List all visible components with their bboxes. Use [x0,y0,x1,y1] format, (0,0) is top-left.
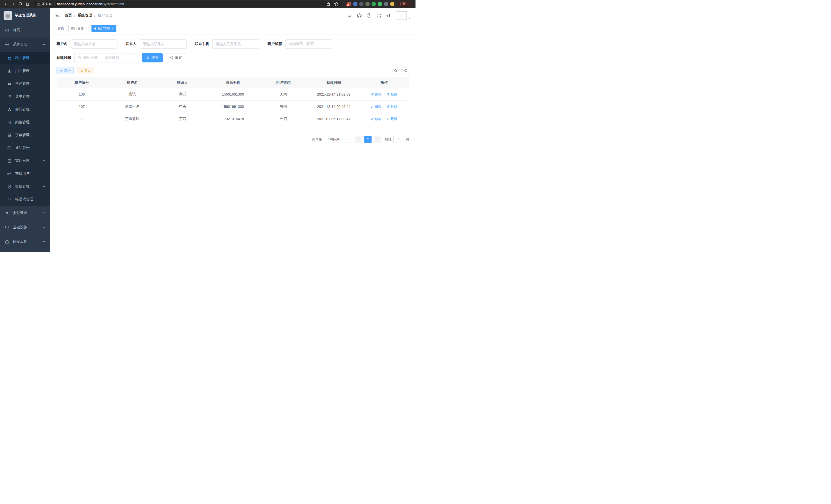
page-size-select[interactable]: 10条/页 [326,136,352,143]
extension-icon[interactable]: 10 [347,2,351,6]
current-page[interactable]: 1 [364,136,372,143]
reload-icon[interactable] [17,1,24,7]
sidebar-item-infra[interactable]: 基础设施 [0,220,50,235]
tenant-name-input[interactable] [71,39,117,49]
date-range-picker[interactable]: 开始日期 - 结束日期 [74,53,136,62]
col-header: 租户编号 [57,77,107,88]
next-page-button[interactable] [374,136,381,143]
sidebar-item-error-code[interactable]: 错误码管理 [0,193,50,206]
sidebar-item-role[interactable]: 角色管理 [0,77,50,90]
browser-update-button[interactable]: 更新 ⋮ [397,1,413,7]
yen-icon: ¥ [5,211,9,215]
sidebar-item-menu[interactable]: 菜单管理 [0,90,50,103]
logo[interactable]: 芋道管理系统 [0,8,50,23]
sidebar-item-devtools[interactable]: 研发工具 [0,235,50,249]
sidebar-item-audit-log[interactable]: 审计日志 [0,154,50,167]
chevron-up-icon [42,43,46,46]
mobile-input[interactable] [212,39,259,49]
prev-page-button[interactable] [354,136,362,143]
share-icon[interactable] [326,2,331,6]
menu-dots-icon[interactable]: ⋮ [407,2,410,6]
help-icon[interactable]: ? [367,13,371,18]
delete-button[interactable]: 删除 [387,104,398,109]
sidebar-item-dict[interactable]: 字典管理 [0,129,50,142]
logo-avatar-image [4,11,12,20]
bookmark-star-icon[interactable] [334,2,339,6]
header-tools: ? TT [347,11,411,20]
search-icon[interactable] [347,13,352,18]
address-bar[interactable]: 不安全 dashboard.yudao.iocoder.cn/system/te… [34,1,342,7]
cell-status: 开启 [258,113,309,125]
contact-input[interactable] [140,39,187,49]
sidebar-toggle-icon[interactable] [55,13,60,18]
roles-icon [7,82,11,86]
edit-button[interactable]: 修改 [371,92,381,97]
delete-button[interactable]: 删除 [387,117,398,121]
edit-button[interactable]: 修改 [371,104,381,109]
sidebar-item-label: 菜单管理 [15,94,30,99]
avatar[interactable] [396,11,407,20]
cell-status: 关闭 [258,100,309,113]
sidebar-item-post[interactable]: 岗位管理 [0,116,50,129]
sidebar-item-sms[interactable]: 短信管理 [0,180,50,193]
tree-list-icon [7,94,11,99]
sidebar-item-system[interactable]: 系统管理 [0,37,50,52]
sidebar-item-payment[interactable]: ¥ 支付管理 [0,206,50,220]
cell-tenant-name: 芋道源码 [107,113,157,125]
sidebar-item-notice[interactable]: 通知公告 [0,142,50,154]
sidebar-item-label: 短信管理 [15,184,30,189]
extension-icon[interactable] [353,2,357,6]
user-menu[interactable] [396,11,411,20]
close-icon[interactable]: × [85,27,87,30]
github-icon[interactable] [357,13,362,18]
broken-image-icon [400,13,403,18]
status-select[interactable]: 请选择租户状态 [285,39,332,49]
breadcrumb-item[interactable]: 系统管理 [78,13,92,18]
refresh-table-button[interactable] [402,67,409,74]
forward-icon[interactable] [10,1,17,7]
tab-dept[interactable]: 部门管理 × [68,25,90,32]
extension-icon[interactable] [378,2,382,6]
col-header: 创建时间 [309,77,359,88]
edit-button[interactable]: 修改 [371,117,381,121]
sidebar-item-online-users[interactable]: 在线用户 [0,167,50,180]
cell-tenant-name: 测试 [107,88,157,100]
close-icon[interactable]: × [112,27,114,30]
extension-icon[interactable] [365,2,370,6]
extension-icon[interactable] [390,2,395,6]
extension-badge: 10 [346,4,350,6]
add-button[interactable]: 新增 [57,67,74,74]
home-icon[interactable] [24,1,31,7]
table-row: 107 测试租户 秃头 15601691300 关闭 2021-12-14 20… [57,100,409,113]
sidebar-item-label: 用户管理 [15,68,30,73]
goto-page-input[interactable] [393,136,404,143]
toggle-search-button[interactable] [392,67,399,74]
export-button[interactable]: 导出 [77,67,94,74]
page-content: 租户名 联系人 联系手机 租户状态 请选择租户状态 [50,34,416,252]
sidebar-item-label: 基础设施 [13,225,27,230]
tab-home[interactable]: 首页 [55,25,67,32]
table-row: 1 芋道源码 芋艿 17321315478 开启 2021-01-05 17:0… [57,113,409,125]
tab-tenant[interactable]: 租户管理 × [91,25,117,32]
sidebar-item-user[interactable]: 用户管理 [0,64,50,77]
extension-icon[interactable] [359,2,364,6]
fullscreen-icon[interactable] [376,13,381,18]
shield-icon [7,184,11,189]
date-separator: - [101,56,102,60]
sidebar-item-dept[interactable]: 部门管理 [0,103,50,116]
font-size-icon[interactable]: TT [386,13,391,18]
extension-icon[interactable] [372,2,376,6]
back-icon[interactable] [3,1,9,7]
table-header-row: 租户编号 租户名 联系人 联系手机 租户状态 创建时间 操作 [57,77,409,88]
sidebar-item-tenant[interactable]: 租户管理 [0,52,50,64]
tab-label: 租户管理 [98,26,110,31]
search-button[interactable]: 搜索 [142,53,163,62]
breadcrumb-item[interactable]: 首页 [65,13,72,18]
sidebar-item-home[interactable]: 首页 [0,23,50,37]
cell-mobile: 17321315478 [208,113,258,125]
reset-button[interactable]: 重置 [166,53,186,62]
puzzle-icon[interactable] [384,2,388,6]
delete-button[interactable]: 删除 [387,92,398,97]
sidebar-item-label: 在线用户 [15,171,30,176]
security-label: 不安全 [42,2,52,6]
